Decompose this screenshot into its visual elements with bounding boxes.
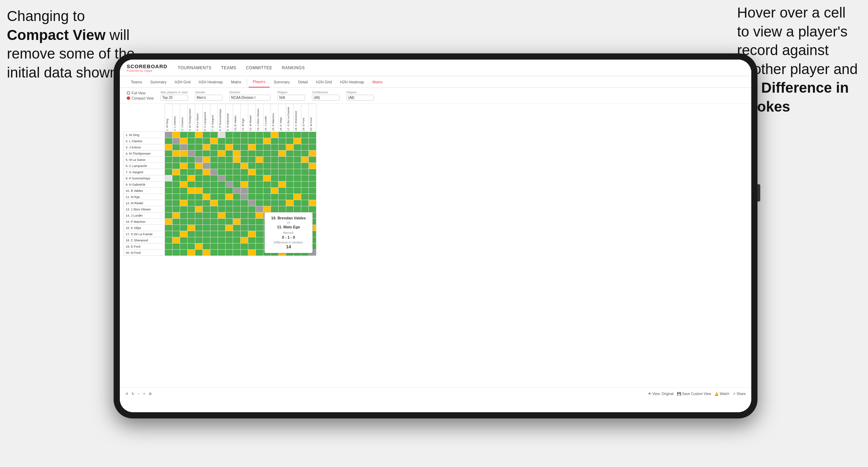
matrix-cell[interactable] [203, 219, 210, 225]
matrix-cell[interactable] [203, 194, 210, 200]
matrix-cell[interactable] [294, 157, 301, 163]
matrix-cell[interactable] [180, 237, 188, 243]
matrix-cell[interactable] [248, 250, 256, 256]
matrix-cell[interactable] [256, 144, 263, 151]
matrix-cell[interactable] [294, 138, 301, 144]
matrix-cell[interactable] [256, 250, 263, 256]
matrix-cell[interactable] [218, 138, 226, 144]
matrix-cell[interactable] [226, 144, 233, 151]
matrix-cell[interactable] [248, 219, 256, 225]
matrix-cell[interactable] [294, 132, 301, 138]
matrix-cell[interactable] [226, 231, 233, 237]
compact-view-radio[interactable] [127, 96, 130, 100]
subnav-matrix-left[interactable]: Matrix [227, 76, 245, 87]
matrix-cell[interactable] [210, 175, 218, 181]
matrix-cell[interactable] [203, 151, 210, 157]
matrix-cell[interactable] [286, 200, 294, 206]
matrix-cell[interactable] [165, 138, 172, 144]
matrix-cell[interactable] [248, 138, 256, 144]
matrix-cell[interactable] [180, 194, 188, 200]
matrix-cell[interactable] [195, 225, 203, 231]
matrix-cell[interactable] [180, 151, 188, 157]
matrix-cell[interactable] [172, 163, 180, 169]
matrix-cell[interactable] [218, 194, 226, 200]
matrix-cell[interactable] [172, 225, 180, 231]
matrix-cell[interactable] [203, 206, 210, 212]
matrix-cell[interactable] [172, 212, 180, 219]
matrix-cell[interactable] [263, 200, 271, 206]
matrix-cell[interactable] [203, 132, 210, 138]
matrix-cell[interactable] [203, 157, 210, 163]
subnav-h2h-heatmap-left[interactable]: H2H Heatmap [195, 76, 227, 87]
matrix-cell[interactable] [256, 181, 263, 188]
matrix-cell[interactable] [294, 175, 301, 181]
matrix-cell[interactable] [309, 138, 316, 144]
matrix-cell[interactable] [241, 194, 248, 200]
matrix-cell[interactable] [203, 163, 210, 169]
matrix-cell[interactable] [279, 206, 286, 212]
matrix-cell[interactable] [279, 157, 286, 163]
subnav-players[interactable]: Players [249, 76, 270, 87]
matrix-cell[interactable] [165, 163, 172, 169]
matrix-cell[interactable] [301, 151, 309, 157]
undo-button[interactable]: ↺ [125, 392, 128, 396]
matrix-cell[interactable] [294, 169, 301, 175]
matrix-cell[interactable] [180, 163, 188, 169]
matrix-cell[interactable] [226, 175, 233, 181]
matrix-cell[interactable] [172, 132, 180, 138]
matrix-cell[interactable] [256, 138, 263, 144]
matrix-cell[interactable] [195, 132, 203, 138]
matrix-cell[interactable] [210, 132, 218, 138]
matrix-cell[interactable] [218, 151, 226, 157]
view-original-button[interactable]: 👁 View: Original [648, 392, 674, 396]
matrix-cell[interactable] [180, 181, 188, 188]
matrix-cell[interactable] [263, 151, 271, 157]
matrix-cell[interactable] [210, 219, 218, 225]
matrix-cell[interactable] [188, 144, 195, 151]
matrix-cell[interactable] [188, 243, 195, 250]
matrix-cell[interactable] [233, 200, 241, 206]
matrix-cell[interactable] [226, 200, 233, 206]
matrix-cell[interactable] [248, 194, 256, 200]
matrix-cell[interactable] [210, 231, 218, 237]
subnav-teams[interactable]: Teams [127, 76, 146, 87]
matrix-cell[interactable] [286, 188, 294, 194]
matrix-cell[interactable] [188, 219, 195, 225]
matrix-cell[interactable] [309, 175, 316, 181]
matrix-cell[interactable] [226, 206, 233, 212]
matrix-cell[interactable] [301, 169, 309, 175]
matrix-cell[interactable] [309, 188, 316, 194]
matrix-cell[interactable] [188, 212, 195, 219]
matrix-cell[interactable] [188, 151, 195, 157]
matrix-cell[interactable] [165, 225, 172, 231]
matrix-cell[interactable] [256, 163, 263, 169]
matrix-cell[interactable] [195, 194, 203, 200]
matrix-cell[interactable] [172, 169, 180, 175]
matrix-cell[interactable] [256, 206, 263, 212]
matrix-cell[interactable] [248, 200, 256, 206]
matrix-cell[interactable] [210, 188, 218, 194]
matrix-cell[interactable] [165, 250, 172, 256]
matrix-cell[interactable] [165, 194, 172, 200]
matrix-cell[interactable] [195, 212, 203, 219]
matrix-cell[interactable] [256, 243, 263, 250]
matrix-cell[interactable] [263, 144, 271, 151]
matrix-cell[interactable] [203, 181, 210, 188]
matrix-cell[interactable] [241, 206, 248, 212]
matrix-cell[interactable] [286, 132, 294, 138]
matrix-grid-area[interactable]: 1. W Ding 2. L Clanton 3. J Kolvun 4. M … [120, 104, 751, 387]
matrix-cell[interactable] [233, 163, 241, 169]
matrix-cell[interactable] [165, 181, 172, 188]
matrix-cell[interactable] [218, 212, 226, 219]
matrix-cell[interactable] [195, 206, 203, 212]
matrix-cell[interactable] [256, 169, 263, 175]
matrix-cell[interactable] [241, 188, 248, 194]
matrix-cell[interactable] [241, 219, 248, 225]
matrix-cell[interactable] [165, 157, 172, 163]
matrix-cell[interactable] [180, 219, 188, 225]
matrix-cell[interactable] [263, 194, 271, 200]
matrix-cell[interactable] [279, 132, 286, 138]
matrix-cell[interactable] [210, 138, 218, 144]
matrix-cell[interactable] [279, 151, 286, 157]
matrix-cell[interactable] [256, 212, 263, 219]
